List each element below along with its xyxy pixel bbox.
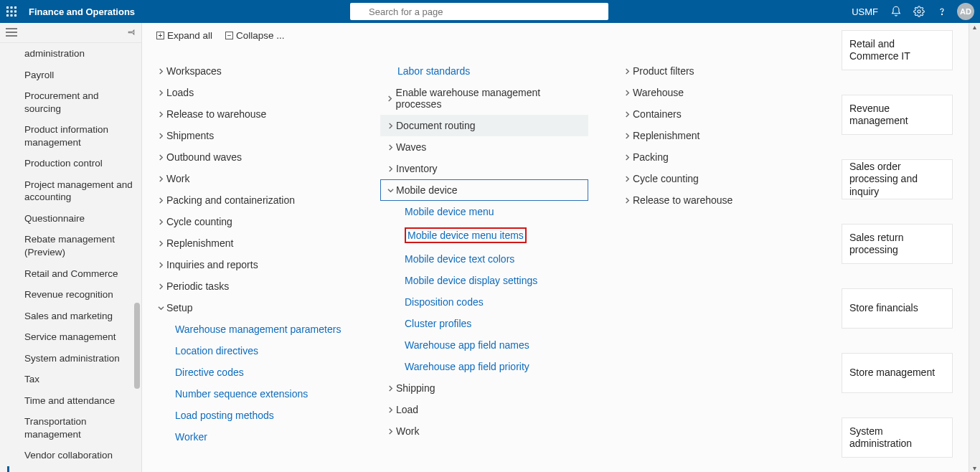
chevron-down-icon: [385, 187, 396, 194]
workspace-tile[interactable]: Sales return processing: [842, 224, 953, 264]
leftnav-item[interactable]: Questionnaire: [0, 208, 141, 230]
plus-box-icon: +: [156, 32, 164, 39]
app-launcher-icon[interactable]: [0, 0, 23, 23]
menu-group[interactable]: Shipments: [151, 125, 352, 146]
menu-group[interactable]: Packing: [617, 146, 818, 168]
menu-link[interactable]: Mobile device text colors: [380, 248, 588, 270]
svg-rect-3: [6, 11, 9, 13]
expand-all-button[interactable]: + Expand all: [156, 30, 212, 41]
menu-group[interactable]: Workspaces: [151, 60, 352, 82]
menu-group[interactable]: Release to warehouse: [151, 103, 352, 125]
svg-rect-8: [14, 14, 17, 16]
menu-link[interactable]: Labor standards: [380, 60, 588, 82]
minus-box-icon: −: [225, 32, 233, 39]
leftnav-item[interactable]: System administration: [0, 348, 141, 369]
menu-group[interactable]: Release to warehouse: [617, 189, 818, 211]
leftnav-item[interactable]: Retail and Commerce: [0, 263, 141, 285]
scroll-up-icon[interactable]: ▴: [969, 23, 980, 31]
menu-link[interactable]: Mobile device menu: [380, 201, 588, 222]
menu-group[interactable]: Inventory: [380, 158, 588, 179]
menu-link[interactable]: Worker: [151, 426, 352, 448]
expand-all-label: Expand all: [167, 30, 212, 41]
leftnav-item[interactable]: Rebate management (Preview): [0, 229, 141, 263]
menu-group[interactable]: Work: [380, 420, 588, 442]
menu-link[interactable]: Warehouse management parameters: [151, 318, 352, 340]
settings-gear-icon[interactable]: [908, 1, 930, 22]
leftnav-item[interactable]: Production control: [0, 153, 141, 174]
menu-link[interactable]: Location directives: [151, 340, 352, 362]
main-content: + Expand all − Collapse ... WorkspacesLo…: [142, 23, 980, 472]
menu-link[interactable]: Mobile device display settings: [380, 270, 588, 291]
leftnav-item[interactable]: Procurement and sourcing: [0, 85, 141, 119]
hamburger-icon[interactable]: [6, 27, 17, 39]
menu-group[interactable]: Periodic tasks: [151, 275, 352, 297]
pin-icon[interactable]: [127, 27, 136, 39]
menu-group[interactable]: Replenishment: [617, 125, 818, 146]
notifications-icon[interactable]: [885, 1, 907, 22]
menu-group[interactable]: Inquiries and reports: [151, 254, 352, 275]
leftnav-item[interactable]: Payroll: [0, 65, 141, 86]
leftnav-scrollbar-thumb[interactable]: [134, 303, 140, 389]
menu-group[interactable]: Cycle counting: [617, 168, 818, 189]
header-right: USMF AD: [846, 1, 980, 22]
chevron-right-icon: [155, 68, 166, 75]
search-input[interactable]: [350, 3, 608, 20]
menu-link[interactable]: Directive codes: [151, 362, 352, 383]
chevron-right-icon: [155, 133, 166, 139]
leftnav-item[interactable]: Warehouse management: [0, 466, 141, 472]
leftnav-item[interactable]: Time and attendance: [0, 390, 141, 412]
workspace-tile[interactable]: Retail and Commerce IT: [842, 30, 953, 70]
chevron-right-icon: [155, 262, 166, 268]
user-avatar[interactable]: AD: [957, 3, 974, 20]
menu-group[interactable]: Enable warehouse management processes: [380, 82, 588, 115]
menu-link[interactable]: Warehouse app field names: [380, 334, 588, 356]
leftnav-item[interactable]: administration: [0, 43, 141, 65]
workspace-tile[interactable]: Revenue management: [842, 95, 953, 135]
chevron-right-icon: [621, 197, 633, 204]
menu-group[interactable]: Work: [151, 168, 352, 189]
menu-group[interactable]: Packing and containerization: [151, 189, 352, 211]
right-scrollbar[interactable]: ▴ ▾: [969, 23, 980, 472]
menu-group[interactable]: Containers: [617, 103, 818, 125]
menu-link[interactable]: Disposition codes: [380, 291, 588, 313]
chevron-right-icon: [155, 90, 166, 96]
menu-link[interactable]: Load posting methods: [151, 405, 352, 426]
collapse-all-button[interactable]: − Collapse ...: [225, 30, 285, 41]
workspace-tile[interactable]: Store financials: [842, 288, 953, 329]
menu-link[interactable]: Mobile device menu items: [380, 222, 588, 248]
workspace-tile[interactable]: Store management: [842, 353, 953, 393]
menu-group[interactable]: Cycle counting: [151, 211, 352, 232]
menu-group[interactable]: Shipping: [380, 377, 588, 399]
menu-group[interactable]: Setup: [151, 297, 352, 318]
menu-link[interactable]: Cluster profiles: [380, 313, 588, 334]
leftnav-item[interactable]: Product information management: [0, 119, 141, 153]
menu-group[interactable]: Mobile device: [380, 179, 588, 201]
workspace-tile[interactable]: System administration: [842, 417, 953, 458]
leftnav-item[interactable]: Transportation management: [0, 411, 141, 445]
menu-group[interactable]: Warehouse: [617, 82, 818, 103]
menu-link[interactable]: Number sequence extensions: [151, 383, 352, 405]
svg-rect-5: [14, 11, 17, 13]
menu-group[interactable]: Product filters: [617, 60, 818, 82]
svg-rect-7: [11, 14, 13, 16]
leftnav-item[interactable]: Vendor collaboration: [0, 445, 141, 466]
leftnav-item[interactable]: Tax: [0, 369, 141, 390]
menu-group[interactable]: Outbound waves: [151, 146, 352, 168]
tree-toolbar: + Expand all − Collapse ...: [156, 30, 285, 41]
menu-group[interactable]: Loads: [151, 82, 352, 103]
menu-group[interactable]: Document routing: [380, 115, 588, 136]
leftnav-item[interactable]: Service management: [0, 326, 141, 348]
menu-group[interactable]: Load: [380, 399, 588, 420]
svg-rect-6: [6, 14, 9, 16]
leftnav-item[interactable]: Project management and accounting: [0, 174, 141, 208]
menu-group[interactable]: Replenishment: [151, 232, 352, 254]
collapse-all-label: Collapse ...: [236, 30, 285, 41]
leftnav-item[interactable]: Revenue recognition: [0, 284, 141, 306]
company-code[interactable]: USMF: [846, 6, 884, 17]
scroll-down-icon[interactable]: ▾: [969, 464, 980, 472]
menu-group[interactable]: Waves: [380, 136, 588, 158]
workspace-tile[interactable]: Sales order processing and inquiry: [842, 159, 953, 199]
menu-link[interactable]: Warehouse app field priority: [380, 356, 588, 377]
leftnav-item[interactable]: Sales and marketing: [0, 306, 141, 327]
help-icon[interactable]: [931, 1, 953, 22]
